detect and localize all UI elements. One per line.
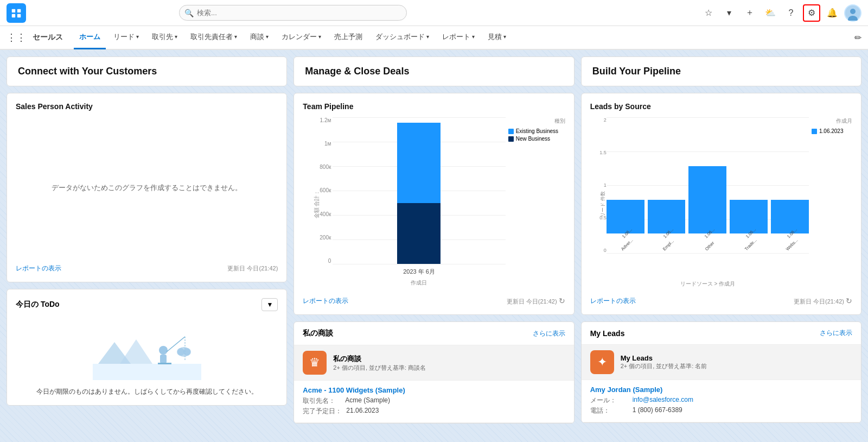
my-deals-header: 私の商談 さらに表示 (294, 322, 573, 345)
new-business-legend-dot (508, 136, 514, 142)
my-leads-item-detail: My Leads 2+ 個の項目, 並び替え基準: 名前 (621, 354, 707, 370)
main-content: Connect with Your Customers Manage & Clo… (0, 50, 868, 442)
sales-activity-updated: 更新日 今日(21:42) (227, 264, 278, 273)
bell-button[interactable]: 🔔 (824, 4, 841, 22)
todo-card: 今日の ToDo ▼ (7, 289, 287, 406)
leads-by-source-footer: レポートの表示 更新日 今日(21:42) ↻ (590, 296, 852, 306)
svg-marker-9 (120, 339, 152, 364)
team-pipeline-card: Team Pipeline 金額 合計： 1.2м1м800к600к400к2… (293, 93, 574, 315)
svg-point-5 (850, 9, 856, 14)
pipeline-bars (333, 117, 505, 264)
leads-bar-empl: 1.06... Empl... (648, 200, 686, 253)
leads-bar-webs-rect (771, 200, 809, 233)
my-leads-row: Amy Jordan (Sample) メール： info@salesforce… (582, 380, 861, 422)
section-headers: Connect with Your Customers Manage & Clo… (7, 56, 861, 86)
edit-nav-icon[interactable]: ✏ (854, 33, 861, 43)
svg-rect-7 (93, 364, 201, 380)
nav-item-contacts[interactable]: 取引先責任者 ▾ (185, 26, 242, 49)
svg-point-10 (159, 346, 168, 355)
pipeline-legend-new: New Business (508, 136, 565, 142)
search-input[interactable] (179, 5, 407, 21)
pipeline-y-axis: 1.2м1м800к600к400к200к0 (309, 117, 331, 264)
leads-bar-other-rect (688, 166, 726, 233)
nav-item-dashboard[interactable]: ダッシュボード ▾ (370, 26, 435, 49)
pipeline-legend-label: 種別 (508, 117, 565, 125)
my-deals-row: Acme - 1100 Widgets (Sample) 取引先名： Acme … (294, 381, 573, 423)
leads-x-sublabel: リードソース > 作成月 (607, 280, 809, 288)
grid-icon[interactable]: ⋮⋮ (7, 31, 26, 43)
top-bar: 🔍 ☆ ▾ ＋ ⛅ ? ⚙ 🔔 (0, 0, 868, 26)
my-leads-card: My Leads さらに表示 ✦ My Leads 2+ 個の項目, 並び替え基… (581, 321, 861, 423)
pipeline-bar-existing (397, 123, 441, 203)
nav-bar: ⋮⋮ セールス ホーム リード ▾ 取引先 ▾ 取引先責任者 ▾ 商談 ▾ カレ… (0, 26, 868, 50)
app-logo[interactable] (7, 3, 26, 23)
gear-button[interactable]: ⚙ (803, 4, 820, 22)
my-deals-item-title: 私の商談 (333, 354, 426, 364)
nav-item-calendar[interactable]: カレンダー ▾ (276, 26, 327, 49)
nav-item-accounts[interactable]: 取引先 ▾ (146, 26, 183, 49)
my-leads-highlight: ✦ My Leads 2+ 個の項目, 並び替え基準: 名前 (582, 345, 861, 380)
todo-header: 今日の ToDo ▼ (16, 298, 278, 311)
my-deals-more-link[interactable]: さらに表示 (533, 329, 565, 338)
leads-bar-empl-rect (648, 200, 686, 233)
nav-item-forecast[interactable]: 売上予測 (329, 26, 368, 49)
leads-bar-other-label-bot: Other (704, 241, 716, 252)
nav-item-estimates[interactable]: 見積 ▾ (482, 26, 512, 49)
section-header-connect: Connect with Your Customers (7, 56, 287, 86)
leads-y-axis: 21.510.50 (597, 117, 607, 253)
svg-rect-14 (158, 363, 171, 364)
my-deals-row-title[interactable]: Acme - 1100 Widgets (Sample) (303, 386, 565, 394)
leads-legend: 作成月 1.06.2023 (812, 117, 852, 134)
pipeline-legend: 種別 Existing Business New Business (508, 117, 565, 142)
leads-updated: 更新日 今日(21:42) ↻ (794, 296, 852, 306)
my-deals-field-date: 完了予定日： 21.06.2023 (303, 407, 565, 416)
leads-bar-adver-label-bot: Adver... (620, 238, 634, 252)
team-pipeline-footer: レポートの表示 更新日 今日(21:42) ↻ (303, 296, 565, 306)
my-leads-item-subtitle: 2+ 個の項目, 並び替え基準: 名前 (621, 362, 707, 370)
leads-by-source-card: Leads by Source リード 件数 21.510.50 (581, 93, 861, 315)
my-leads-icon: ✦ (590, 350, 614, 374)
pipeline-bar-new (397, 203, 441, 264)
my-deals-item-detail: 私の商談 2+ 個の項目, 並び替え基準: 商談名 (333, 354, 426, 372)
svg-rect-3 (17, 14, 21, 17)
plus-button[interactable]: ＋ (741, 4, 758, 22)
existing-business-legend-dot (508, 129, 514, 134)
leads-bar-adver-rect (607, 200, 644, 233)
leads-report-link[interactable]: レポートの表示 (590, 296, 636, 306)
my-leads-field-email: メール： info@salesforce.com (590, 396, 852, 405)
sales-activity-report-link[interactable]: レポートの表示 (16, 264, 61, 273)
section-header-manage: Manage & Close Deals (293, 56, 574, 86)
sales-activity-footer: レポートの表示 更新日 今日(21:42) (16, 264, 278, 273)
star-button[interactable]: ☆ (700, 4, 717, 22)
leads-bar-trade: 1.06... Trade... (730, 200, 768, 253)
nav-item-reports[interactable]: レポート ▾ (437, 26, 480, 49)
svg-rect-0 (12, 9, 15, 12)
nav-item-home[interactable]: ホーム (74, 26, 106, 49)
my-deals-card: 私の商談 さらに表示 ♛ 私の商談 2+ 個の項目, 並び替え基準: 商談名 A… (293, 321, 574, 424)
my-leads-field-phone: 電話： 1 (800) 667-6389 (590, 406, 852, 415)
pipeline-refresh-icon[interactable]: ↻ (559, 296, 565, 305)
leads-legend-label: 作成月 (812, 117, 852, 125)
section-header-pipeline: Build Your Pipeline (581, 56, 861, 86)
avatar-button[interactable] (844, 4, 861, 22)
leads-bar-webs-label-bot: Webs... (785, 238, 799, 251)
nav-item-opportunities[interactable]: 商談 ▾ (245, 26, 274, 49)
leads-refresh-icon[interactable]: ↻ (846, 296, 852, 305)
my-leads-more-link[interactable]: さらに表示 (820, 329, 852, 338)
leads-bar-adver: 1.06... Adver... (607, 200, 644, 253)
chevron-down-button[interactable]: ▾ (720, 4, 738, 22)
leads-bar-empl-label-bot: Empl... (662, 238, 675, 251)
leads-bar-webs: 1.06... Webs... (771, 200, 809, 253)
my-leads-item-title: My Leads (621, 354, 707, 362)
team-pipeline-report-link[interactable]: レポートの表示 (303, 296, 348, 306)
todo-empty-msg: 今日が期限のものはありません。しばらくしてから再度確認してください。 (16, 387, 278, 396)
my-deals-icon: ♛ (303, 351, 327, 375)
todo-dropdown-button[interactable]: ▼ (261, 298, 278, 311)
nav-item-leads[interactable]: リード ▾ (108, 26, 144, 49)
cloud-button[interactable]: ⛅ (762, 4, 779, 22)
help-button[interactable]: ? (782, 4, 800, 22)
sales-activity-title: Sales Person Activity (16, 102, 278, 111)
leads-bars: 1.06... Adver... 1.06... Empl... 1.06...… (607, 117, 809, 253)
my-leads-row-title[interactable]: Amy Jordan (Sample) (590, 386, 852, 394)
leads-legend-dot (812, 129, 817, 134)
